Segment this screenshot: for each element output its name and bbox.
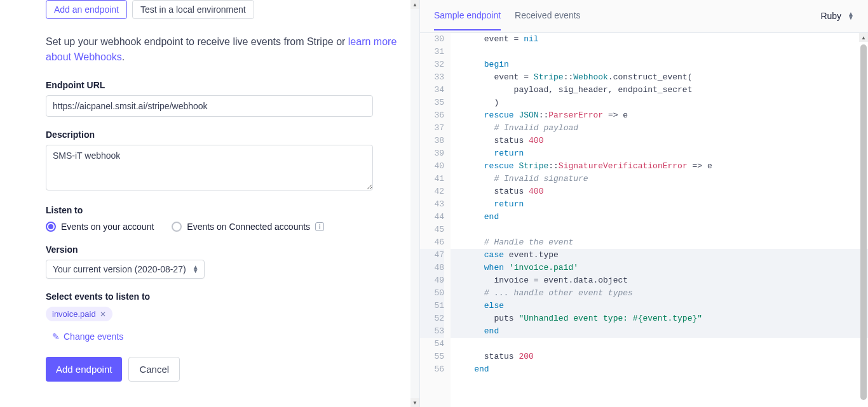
radio-label-own: Events on your account xyxy=(61,222,154,232)
intro-period: . xyxy=(122,51,125,62)
radio-dot-selected-icon xyxy=(46,222,56,232)
code-lines[interactable]: event = nil begin event = Stripe::Webhoo… xyxy=(451,33,868,407)
tab-test-local[interactable]: Test in a local environment xyxy=(132,0,254,19)
description-label: Description xyxy=(46,130,404,140)
code-sample: 3031323334353637383940414243444546474849… xyxy=(420,33,868,407)
version-selected-text: Your current version (2020-08-27) xyxy=(53,264,186,274)
tab-add-endpoint[interactable]: Add an endpoint xyxy=(46,0,127,19)
intro-text: Set up your webhook endpoint to receive … xyxy=(46,34,404,65)
chevron-updown-icon: ▲▼ xyxy=(848,12,854,20)
chevron-updown-icon: ▲▼ xyxy=(193,265,199,273)
scroll-up-icon[interactable]: ▲ xyxy=(410,0,419,9)
description-textarea[interactable]: SMS-iT webhook xyxy=(46,145,373,190)
endpoint-url-input[interactable] xyxy=(46,95,373,117)
chip-remove-icon[interactable]: ✕ xyxy=(100,310,106,319)
add-endpoint-button[interactable]: Add endpoint xyxy=(46,357,122,382)
scroll-down-icon[interactable]: ▼ xyxy=(410,398,419,407)
language-select[interactable]: Ruby ▲▼ xyxy=(820,11,854,30)
left-scrollbar[interactable]: ▲ ▼ xyxy=(410,0,419,407)
tab-sample-endpoint[interactable]: Sample endpoint xyxy=(434,10,501,30)
tab-received-events[interactable]: Received events xyxy=(515,10,581,30)
chip-label: invoice.paid xyxy=(52,309,96,319)
select-events-label: Select events to listen to xyxy=(46,291,404,302)
intro-line: Set up your webhook endpoint to receive … xyxy=(46,36,348,47)
scroll-up-icon[interactable]: ▲ xyxy=(859,33,868,42)
info-icon[interactable]: i xyxy=(315,222,324,231)
edit-icon: ✎ xyxy=(52,331,60,342)
radio-dot-icon xyxy=(172,222,182,232)
language-label: Ruby xyxy=(820,11,841,21)
radio-events-on-account[interactable]: Events on your account xyxy=(46,222,154,232)
change-events-label: Change events xyxy=(64,331,123,342)
event-chip-invoice-paid[interactable]: invoice.paid ✕ xyxy=(46,307,112,321)
endpoint-url-label: Endpoint URL xyxy=(46,80,404,90)
version-select[interactable]: Your current version (2020-08-27) ▲▼ xyxy=(46,260,205,279)
radio-events-on-connected[interactable]: Events on Connected accounts i xyxy=(172,222,324,232)
change-events-link[interactable]: ✎ Change events xyxy=(52,331,123,342)
scrollbar-thumb[interactable] xyxy=(860,44,867,400)
line-number-gutter: 3031323334353637383940414243444546474849… xyxy=(420,33,451,407)
listen-to-label: Listen to xyxy=(46,205,404,215)
radio-label-connected: Events on Connected accounts xyxy=(187,222,310,232)
version-label: Version xyxy=(46,244,404,255)
cancel-button[interactable]: Cancel xyxy=(128,357,180,382)
